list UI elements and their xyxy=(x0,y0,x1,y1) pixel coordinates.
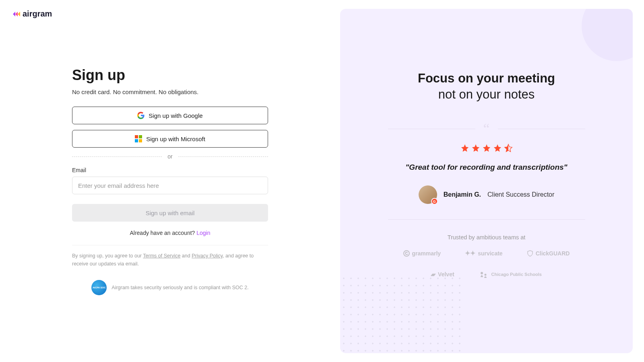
testimonial-author: G Benjamin G. Client Success Director xyxy=(419,185,555,204)
svg-rect-2 xyxy=(135,139,138,142)
legal-prefix: By signing up, you agree to our xyxy=(72,253,143,259)
star-icon xyxy=(482,144,491,152)
microsoft-icon xyxy=(135,135,142,142)
avatar-badge-icon: G xyxy=(431,198,438,205)
microsoft-button-label: Sign up with Microsoft xyxy=(146,136,205,142)
author-role: Client Success Director xyxy=(487,191,554,198)
signup-email-button[interactable]: Sign up with email xyxy=(72,204,268,222)
client-logo-grammarly: grammarly xyxy=(403,249,441,257)
avatar: G xyxy=(419,185,437,204)
google-icon xyxy=(137,112,144,119)
quote-line-left xyxy=(388,129,475,129)
decoration-circle xyxy=(582,9,633,61)
divider-text: or xyxy=(167,153,172,160)
svg-point-6 xyxy=(481,272,483,274)
divider: or xyxy=(72,153,268,160)
brand-logo: airgram xyxy=(12,9,328,19)
client-logo-label: Velvet xyxy=(438,271,454,278)
hero-heading-bold: Focus on your meeting xyxy=(418,71,555,86)
email-label: Email xyxy=(72,167,268,173)
star-icon xyxy=(493,144,502,152)
signup-google-button[interactable]: Sign up with Google xyxy=(72,107,268,124)
google-button-label: Sign up with Google xyxy=(149,112,202,119)
quote-mark-icon: “ xyxy=(483,125,490,132)
brand-wordmark: airgram xyxy=(23,9,52,19)
hero-panel: Focus on your meeting not on your notes … xyxy=(340,9,633,353)
hero-heading-light: not on your notes xyxy=(438,87,535,102)
terms-link[interactable]: Terms of Service xyxy=(143,253,180,259)
decoration-dots xyxy=(340,275,465,353)
login-prompt: Already have an account? Login xyxy=(72,230,268,236)
svg-rect-1 xyxy=(139,135,142,138)
client-logo-label: survicate xyxy=(478,250,502,257)
star-icon xyxy=(471,144,480,152)
email-field[interactable] xyxy=(72,177,268,194)
soc2-badge-icon: AICPA SOC xyxy=(91,280,107,295)
privacy-link[interactable]: Privacy Policy xyxy=(192,253,223,259)
client-logo-cps: Chicago Public Schools xyxy=(479,269,542,280)
testimonial-divider xyxy=(388,219,585,220)
client-logo-label: Chicago Public Schools xyxy=(491,272,542,277)
svg-rect-3 xyxy=(139,139,142,142)
svg-point-5 xyxy=(404,251,409,256)
star-rating xyxy=(460,144,513,152)
login-link[interactable]: Login xyxy=(196,230,210,236)
client-logo-clickguard: ClickGUARD xyxy=(527,249,570,257)
soc2-text: Airgram takes security seriously and is … xyxy=(111,285,248,290)
quote-line-right xyxy=(498,129,585,129)
page-title: Sign up xyxy=(72,67,268,84)
signup-panel: airgram Sign up No credit card. No commi… xyxy=(0,0,340,362)
divider-line-left xyxy=(72,156,162,157)
star-icon xyxy=(460,144,469,152)
star-half-icon xyxy=(504,144,513,152)
author-name: Benjamin G. xyxy=(444,191,481,198)
testimonial-quote: "Great tool for recording and transcript… xyxy=(405,163,567,172)
signup-microsoft-button[interactable]: Sign up with Microsoft xyxy=(72,130,268,148)
page-subtitle: No credit card. No commitment. No obliga… xyxy=(72,88,268,95)
svg-rect-0 xyxy=(135,135,138,138)
signup-form: Sign up No credit card. No commitment. N… xyxy=(72,67,268,295)
client-logo-label: ClickGUARD xyxy=(536,250,570,257)
soc2-row: AICPA SOC Airgram takes security serious… xyxy=(72,280,268,295)
divider-line-right xyxy=(178,156,268,157)
trusted-label: Trusted by ambitious teams at xyxy=(448,234,526,241)
legal-mid: and xyxy=(180,253,192,259)
brand-logo-icon xyxy=(12,10,20,18)
legal-divider xyxy=(72,245,268,245)
svg-point-7 xyxy=(484,274,486,276)
login-prompt-text: Already have an account? xyxy=(130,230,196,236)
client-logo-survicate: ✦✦survicate xyxy=(465,249,502,257)
client-logo-label: grammarly xyxy=(412,250,441,257)
client-logo-velvet: ▰Velvet xyxy=(431,269,454,280)
quote-divider: “ xyxy=(388,125,585,132)
legal-text: By signing up, you agree to our Terms of… xyxy=(72,252,268,268)
